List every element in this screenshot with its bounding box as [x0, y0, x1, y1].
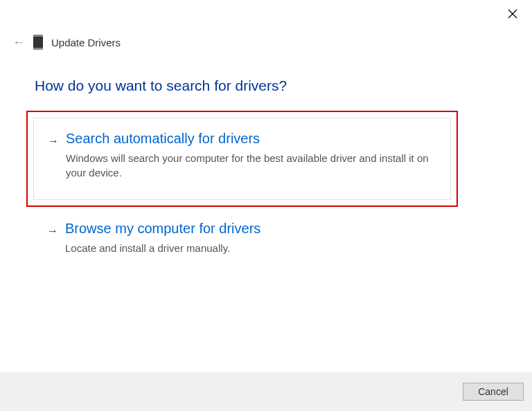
options-container: → Search automatically for drivers Windo…: [26, 111, 458, 268]
arrow-right-icon: →: [48, 135, 59, 147]
browse-computer-option[interactable]: → Browse my computer for drivers Locate …: [26, 217, 458, 268]
arrow-right-icon: →: [47, 225, 58, 237]
option-title-browse: Browse my computer for drivers: [65, 221, 444, 237]
option-text-wrapper: Browse my computer for drivers Locate an…: [65, 221, 444, 255]
dialog-header: ← Update Drivers: [12, 35, 121, 50]
device-icon: [33, 35, 43, 50]
dialog-footer: Cancel: [0, 372, 532, 411]
cancel-button[interactable]: Cancel: [463, 383, 524, 401]
search-automatically-option[interactable]: → Search automatically for drivers Windo…: [33, 118, 451, 200]
option-text-wrapper: Search automatically for drivers Windows…: [66, 131, 436, 180]
back-arrow-icon[interactable]: ←: [12, 35, 25, 50]
dialog-title: Update Drivers: [51, 37, 121, 48]
highlight-box: → Search automatically for drivers Windo…: [26, 111, 458, 207]
close-button[interactable]: [506, 7, 520, 21]
option-description-browse: Locate and install a driver manually.: [65, 241, 444, 255]
option-description-auto: Windows will search your computer for th…: [66, 151, 436, 180]
close-icon: [508, 9, 517, 19]
option-title-auto: Search automatically for drivers: [66, 131, 436, 147]
page-heading: How do you want to search for drivers?: [35, 77, 287, 94]
